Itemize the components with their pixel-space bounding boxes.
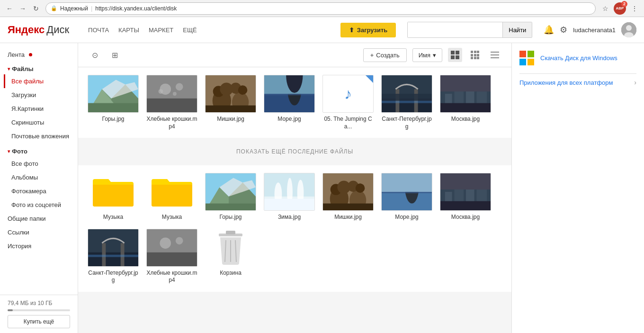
star-button[interactable]: ☆ [599, 3, 611, 14]
file-item-moscow2[interactable]: Москва.jpg [440, 173, 491, 221]
svg-rect-13 [471, 57, 473, 59]
file-item-spb[interactable]: Санкт-Петербург.jpg [381, 75, 432, 130]
svg-rect-97 [147, 252, 197, 266]
sidebar-item-images[interactable]: Я.Картинки [4, 102, 78, 116]
file-thumb-trash [205, 229, 256, 267]
app: Яндекс Диск ПОЧТА КАРТЫ МАРКЕТ ЕЩЁ ⬆ Заг… [0, 17, 644, 333]
notification-icon[interactable]: 🔔 [544, 25, 554, 35]
svg-rect-8 [474, 51, 476, 53]
svg-rect-11 [474, 54, 476, 56]
all-platforms-link[interactable]: Приложения для всех платформ [519, 79, 613, 86]
share-icon-btn[interactable]: ⊞ [107, 48, 122, 62]
top-nav-links: ПОЧТА КАРТЫ МАРКЕТ ЕЩЁ [88, 27, 197, 34]
sidebar-item-lenta[interactable]: Лента [0, 48, 78, 62]
svg-point-75 [356, 184, 365, 193]
sidebar-item-links[interactable]: Ссылки [0, 225, 78, 239]
svg-rect-57 [440, 75, 491, 91]
sort-label: Имя [419, 52, 430, 59]
view-grid-large-button[interactable] [448, 48, 462, 62]
avatar[interactable] [621, 22, 636, 37]
files-arrow-icon: ▾ [8, 66, 10, 72]
reload-button[interactable]: ↻ [30, 3, 42, 14]
file-item-folder2[interactable]: Музыка [146, 173, 197, 221]
recent-files-section: Горы.jpg Хлебные крошки.mp4 [78, 67, 511, 138]
file-item-trash[interactable]: Корзина [205, 229, 256, 284]
view-grid-small-button[interactable] [468, 48, 482, 62]
file-item-moscow[interactable]: Москва.jpg [440, 75, 491, 130]
file-item-gory2[interactable]: Горы.jpg [205, 173, 256, 221]
right-panel: Скачать Диск для Windows Приложения для … [511, 43, 644, 333]
file-thumb-mishki2 [322, 173, 374, 211]
file-thumb-gory [88, 75, 139, 113]
svg-rect-7 [471, 51, 473, 53]
file-item-more2[interactable]: Море.jpg [381, 173, 432, 221]
search-input[interactable] [408, 22, 502, 37]
history-icon-btn[interactable]: ⊙ [88, 48, 102, 62]
file-item-more[interactable]: Море.jpg [264, 75, 315, 130]
file-item-gory[interactable]: Горы.jpg [88, 75, 139, 130]
forward-button[interactable]: → [17, 3, 28, 14]
create-button[interactable]: + Создать [363, 48, 407, 62]
sidebar-item-camera[interactable]: Фотокамера [4, 184, 78, 198]
svg-rect-81 [382, 173, 432, 192]
sidebar-item-all-files[interactable]: Все файлы [4, 74, 78, 88]
folder-thumb-1 [88, 173, 139, 211]
profile-badge[interactable]: АВР 2 [614, 2, 626, 15]
upload-button[interactable]: ⬆ Загрузить [340, 23, 396, 37]
bottom-files-grid: Санкт-Петербург.jpg Хлебные крошки.mp4 [88, 229, 502, 284]
sidebar-item-downloads[interactable]: Загрузки [4, 88, 78, 102]
sidebar-item-albums[interactable]: Альбомы [4, 171, 78, 184]
download-windows-row: Скачать Диск для Windows [519, 51, 636, 66]
username[interactable]: ludacheranata1 [573, 27, 616, 34]
file-item-khroshki2[interactable]: Хлебные крошки.mp4 [146, 229, 197, 284]
settings-icon[interactable]: ⚙ [560, 25, 567, 35]
file-item-spb2[interactable]: Санкт-Петербург.jpg [88, 229, 139, 284]
svg-rect-68 [264, 199, 314, 211]
sidebar-item-screenshots[interactable]: Скриншоты [4, 116, 78, 129]
secure-icon: 🔒 [51, 5, 57, 11]
nav-link-pochta[interactable]: ПОЧТА [88, 27, 109, 34]
file-item-mishki[interactable]: Мишки.jpg [205, 75, 256, 130]
sidebar-item-social-photos[interactable]: Фото из соцсетей [4, 198, 78, 212]
file-item-mishki2[interactable]: Мишки.jpg [322, 173, 374, 221]
search-button[interactable]: Найти [502, 22, 532, 37]
view-list-button[interactable] [488, 48, 502, 62]
sidebar-photo-header[interactable]: ▾ Фото [0, 144, 78, 157]
folder-thumb-2 [146, 173, 197, 211]
svg-rect-6 [456, 55, 459, 59]
address-bar[interactable]: 🔒 Надежный | https://disk.yandex.ua/clie… [45, 2, 596, 15]
nav-link-esche[interactable]: ЕЩЁ [183, 27, 197, 34]
file-thumb-zima [264, 173, 315, 211]
content-area: ⊙ ⊞ + Создать Имя ▾ [78, 43, 511, 333]
sidebar-item-all-photos[interactable]: Все фото [4, 157, 78, 171]
show-more-button[interactable]: ПОКАЗАТЬ ЕЩЁ ПОСЛЕДНИЕ ФАЙЛЫ [78, 142, 511, 162]
logo: Яндекс Диск [8, 24, 69, 36]
svg-rect-93 [88, 255, 138, 257]
storage-bar-fill [8, 309, 13, 311]
nav-link-market[interactable]: МАРКЕТ [149, 27, 173, 34]
file-item-music[interactable]: ♪ 05. The Jumping Ca... [322, 75, 374, 130]
logo-disk: Диск [46, 24, 69, 36]
back-button[interactable]: ← [4, 3, 15, 14]
file-item-folder1[interactable]: Музыка [88, 173, 139, 221]
files-header-label: Файлы [12, 65, 34, 72]
menu-button[interactable]: ⋮ [629, 3, 640, 14]
nav-link-karty[interactable]: КАРТЫ [118, 27, 139, 34]
sidebar-files-header[interactable]: ▾ Файлы [0, 62, 78, 74]
buy-more-button[interactable]: Купить ещё [8, 315, 70, 328]
trash-icon-container [205, 229, 256, 267]
file-thumb-khroshki2 [146, 229, 197, 267]
photo-header-label: Фото [12, 148, 27, 155]
svg-rect-4 [456, 51, 459, 54]
sidebar-item-shared[interactable]: Общие папки [0, 212, 78, 225]
sort-button[interactable]: Имя ▾ [412, 48, 442, 62]
file-name-gory: Горы.jpg [102, 116, 124, 123]
sidebar-item-attachments[interactable]: Почтовые вложения [4, 129, 78, 144]
download-windows-link[interactable]: Скачать Диск для Windows [540, 54, 617, 63]
photo-arrow-icon: ▾ [8, 149, 10, 154]
file-item-khroshki[interactable]: Хлебные крошки.mp4 [146, 75, 197, 130]
file-thumb-moscow [440, 75, 491, 113]
main-area: Лента ▾ Файлы Все файлы Загрузки Я.Карти… [0, 43, 644, 333]
sidebar-item-history[interactable]: История [0, 239, 78, 253]
file-item-zima[interactable]: Зима.jpg [264, 173, 315, 221]
